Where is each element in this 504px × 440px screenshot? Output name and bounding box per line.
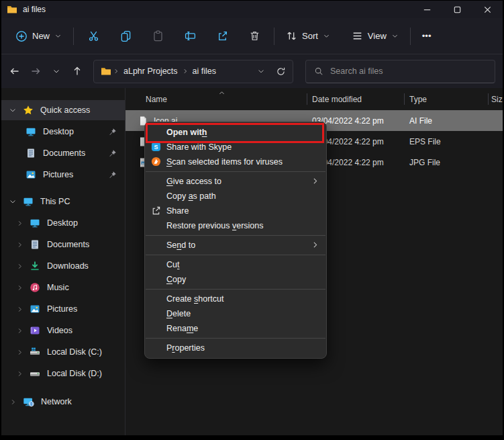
back-arrow-icon [9, 66, 20, 77]
sidebar-item-downloads[interactable]: Downloads [1, 256, 125, 276]
chevron-right-icon[interactable] [15, 306, 24, 313]
breadcrumb[interactable]: aLphr Projects ai files [93, 60, 293, 83]
share-icon [217, 30, 228, 42]
column-header-date-modified[interactable]: Date modified [307, 88, 404, 110]
breadcrumb-item-ai-files[interactable]: ai files [193, 67, 216, 76]
close-button[interactable] [472, 1, 503, 18]
sidebar-item-documents[interactable]: Documents [1, 234, 125, 255]
chevron-down-icon[interactable] [8, 197, 17, 206]
paste-icon [152, 30, 164, 42]
search-box[interactable] [305, 60, 495, 83]
forward-arrow-icon [30, 66, 41, 77]
menu-item-copy-as-path[interactable]: Copy as path [145, 189, 326, 204]
chevron-right-icon[interactable] [8, 398, 17, 406]
chevron-down-icon [54, 32, 62, 40]
chevron-down-icon [52, 67, 60, 75]
window-title: ai files [23, 5, 46, 14]
recent-locations-button[interactable] [47, 61, 66, 81]
sidebar-item-desktop[interactable]: Desktop [1, 213, 125, 233]
chevron-right-icon[interactable] [15, 327, 24, 335]
pictures-icon [30, 304, 40, 314]
menu-item-properties[interactable]: Properties [145, 341, 326, 355]
sidebar-gap [1, 385, 125, 392]
menu-item-give-access-to[interactable]: Give access to [145, 174, 326, 189]
breadcrumb-item-alphr-projects[interactable]: aLphr Projects [123, 67, 178, 76]
column-header-type[interactable]: Type [404, 88, 488, 110]
address-dropdown-icon[interactable] [257, 67, 265, 75]
sidebar-item-quick-access[interactable]: Quick access [1, 100, 125, 120]
view-lines-icon [352, 30, 363, 42]
refresh-icon[interactable] [276, 67, 286, 77]
submenu-arrow-icon [311, 240, 319, 249]
menu-item-share[interactable]: Share [145, 204, 326, 218]
more-options-button[interactable]: ••• [416, 24, 438, 48]
menu-item-send-to[interactable]: Send to [145, 238, 326, 253]
sidebar-item-local-disk-d[interactable]: Local Disk (D:) [1, 363, 125, 384]
column-header-name[interactable]: Name [125, 88, 307, 110]
menu-item-share-with-skype[interactable]: Share with Skype [145, 140, 326, 155]
sidebar-item-videos[interactable]: Videos [1, 320, 125, 341]
menu-item-scan-for-viruses[interactable]: Scan selected items for viruses [145, 155, 326, 169]
rename-button[interactable] [179, 25, 201, 48]
sidebar-item-music[interactable]: Music [1, 277, 125, 298]
back-button[interactable] [5, 61, 24, 81]
sort-button[interactable]: Sort [280, 24, 336, 48]
desktop-icon [26, 126, 36, 137]
antivirus-icon [151, 157, 161, 167]
menu-item-copy[interactable]: Copy [145, 272, 326, 287]
file-size [488, 110, 504, 131]
chevron-right-icon[interactable] [15, 241, 24, 249]
cut-button[interactable] [82, 25, 105, 48]
menu-item-rename[interactable]: Rename [145, 321, 326, 336]
navigation-pane: Quick access Desktop Documents Pictures [1, 88, 125, 435]
pin-icon [108, 171, 117, 179]
clipboard-group [82, 25, 266, 48]
sidebar-item-this-pc[interactable]: This PC [1, 191, 125, 212]
minimize-button[interactable] [412, 1, 442, 18]
downloads-icon [30, 261, 40, 271]
menu-item-cut[interactable]: Cut [145, 257, 326, 272]
address-bar: aLphr Projects ai files [1, 54, 503, 88]
trash-icon [249, 30, 260, 42]
network-icon [23, 396, 34, 408]
delete-button[interactable] [243, 25, 266, 48]
sidebar-item-local-disk-c[interactable]: Local Disk (C:) [1, 342, 125, 362]
menu-item-delete[interactable]: Delete [145, 306, 326, 321]
command-toolbar: New Sort View ••• [1, 18, 503, 54]
pin-icon [108, 128, 117, 136]
column-headers: Name Date modified Type Size [125, 88, 504, 110]
column-header-size[interactable]: Size [488, 88, 504, 110]
search-input[interactable] [330, 67, 487, 76]
share-button[interactable] [211, 25, 234, 48]
new-button-label: New [32, 31, 50, 41]
rename-icon [185, 30, 196, 42]
sidebar-item-pictures[interactable]: Pictures [1, 299, 125, 319]
context-menu: Open with Share with Skype Scan selected… [144, 122, 327, 359]
sidebar-item-pictures-qa[interactable]: Pictures [1, 165, 125, 185]
sidebar-item-desktop-qa[interactable]: Desktop [1, 122, 125, 142]
menu-item-open-with[interactable]: Open with [145, 125, 326, 140]
menu-item-restore-previous-versions[interactable]: Restore previous versions [145, 218, 326, 233]
copy-button[interactable] [114, 25, 137, 48]
maximize-icon [452, 5, 462, 15]
view-button[interactable]: View [346, 24, 405, 48]
chevron-right-icon[interactable] [15, 284, 24, 292]
pictures-icon [26, 169, 36, 180]
paste-button[interactable] [146, 25, 169, 48]
chevron-down-icon[interactable] [8, 106, 17, 114]
maximize-button[interactable] [442, 1, 472, 18]
up-arrow-icon [72, 66, 83, 77]
file-type: AI File [404, 110, 488, 131]
up-button[interactable] [68, 61, 87, 81]
sidebar-item-documents-qa[interactable]: Documents [1, 143, 125, 163]
chevron-right-icon[interactable] [15, 220, 24, 227]
window-controls [412, 1, 503, 18]
chevron-right-icon[interactable] [15, 370, 24, 378]
sort-button-label: Sort [302, 31, 318, 41]
forward-button[interactable] [26, 61, 45, 81]
sidebar-item-network[interactable]: Network [1, 392, 125, 412]
new-button[interactable]: New [9, 24, 68, 48]
menu-item-create-shortcut[interactable]: Create shortcut [145, 292, 326, 306]
chevron-right-icon[interactable] [15, 349, 24, 356]
chevron-right-icon[interactable] [15, 263, 24, 270]
